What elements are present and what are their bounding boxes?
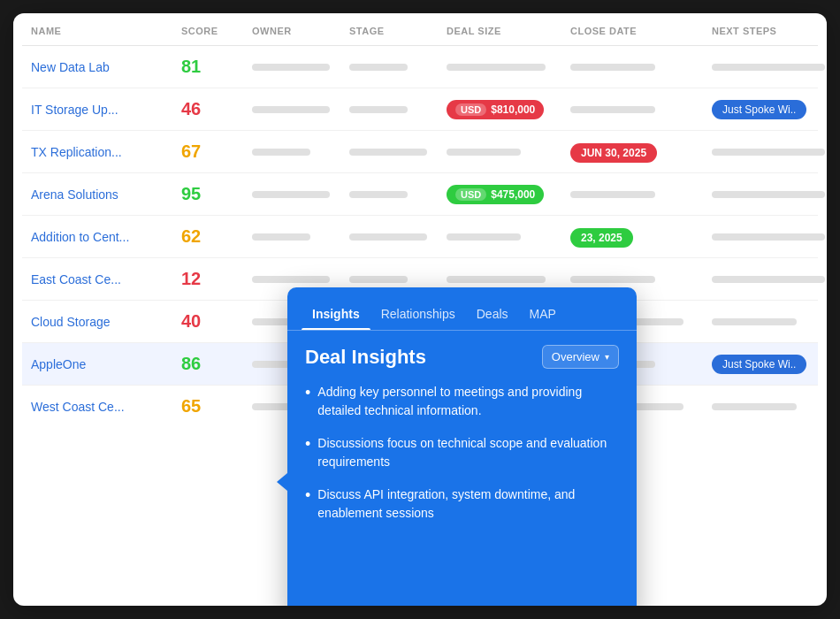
row-name[interactable]: IT Storage Up...	[31, 103, 181, 117]
bullet-text: Adding key personnel to meetings and pro…	[317, 383, 619, 420]
table-row[interactable]: TX Replication... 67 JUN 30, 2025	[22, 131, 818, 173]
row-next-steps: Just Spoke Wi..	[712, 355, 827, 374]
row-score: 65	[181, 396, 252, 416]
col-name: NAME	[31, 26, 181, 36]
row-stage	[349, 149, 447, 156]
row-stage	[349, 64, 447, 71]
list-item: Adding key personnel to meetings and pro…	[305, 383, 619, 420]
row-next-steps	[712, 403, 827, 410]
row-deal-size	[447, 64, 570, 71]
row-score: 67	[181, 141, 252, 162]
next-steps-badge: Just Spoke Wi..	[712, 100, 806, 119]
popup-title: Deal Insights	[305, 346, 426, 369]
col-owner: OWNER	[252, 26, 349, 36]
row-owner	[252, 149, 349, 156]
row-next-steps: Just Spoke Wi..	[712, 100, 827, 119]
row-close-date	[570, 106, 712, 113]
row-owner	[252, 233, 349, 241]
list-item: Discussions focus on technical scope and…	[305, 434, 619, 471]
row-deal-size	[447, 276, 570, 283]
table-row[interactable]: Addition to Cent... 62 23, 2025	[22, 216, 818, 258]
popup-tabs: Insights Relationships Deals MAP	[287, 287, 637, 331]
row-score: 46	[181, 99, 252, 119]
row-score: 86	[181, 354, 252, 374]
row-name[interactable]: West Coast Ce...	[31, 400, 181, 414]
bullet-text: Discuss API integration, system downtime…	[317, 485, 619, 523]
row-owner	[252, 276, 349, 283]
tab-map[interactable]: MAP	[519, 302, 567, 330]
row-next-steps	[712, 276, 827, 283]
row-stage	[349, 233, 447, 241]
overview-dropdown[interactable]: Overview ▾	[542, 345, 619, 369]
row-name[interactable]: Addition to Cent...	[31, 230, 181, 244]
row-close-date	[570, 191, 712, 198]
row-next-steps	[712, 318, 827, 325]
col-close-date: CLOSE DATE	[570, 26, 712, 36]
insights-popup: Insights Relationships Deals MAP Deal In…	[287, 287, 637, 606]
deal-badge: USD$810,000	[447, 100, 544, 119]
main-card: NAME SCORE OWNER STAGE DEAL SIZE CLOSE D…	[13, 13, 827, 606]
row-deal-size	[447, 233, 570, 241]
table-header: NAME SCORE OWNER STAGE DEAL SIZE CLOSE D…	[22, 13, 818, 46]
col-deal-size: DEAL SIZE	[447, 26, 570, 36]
row-close-date	[570, 276, 712, 283]
chevron-down-icon: ▾	[605, 352, 609, 362]
row-close-date: 23, 2025	[570, 229, 712, 245]
row-close-date	[570, 64, 712, 71]
row-next-steps	[712, 64, 827, 71]
row-stage	[349, 191, 447, 198]
insights-list: Adding key personnel to meetings and pro…	[305, 383, 619, 523]
col-next-steps: NEXT STEPS	[712, 26, 827, 36]
row-score: 81	[181, 57, 252, 77]
row-name[interactable]: East Coast Ce...	[31, 272, 181, 287]
row-next-steps	[712, 149, 827, 156]
row-close-date: JUN 30, 2025	[570, 144, 712, 160]
popup-content: Deal Insights Overview ▾ Adding key pers…	[287, 345, 637, 523]
row-next-steps	[712, 191, 827, 198]
row-score: 40	[181, 311, 252, 332]
tab-relationships[interactable]: Relationships	[370, 302, 466, 330]
deal-badge-green: USD$475,000	[447, 185, 544, 204]
tab-deals[interactable]: Deals	[466, 302, 519, 330]
popup-title-row: Deal Insights Overview ▾	[305, 345, 619, 369]
row-name[interactable]: Arena Solutions	[31, 187, 181, 202]
row-owner	[252, 64, 349, 71]
list-item: Discuss API integration, system downtime…	[305, 485, 619, 523]
table-row[interactable]: New Data Lab 81	[22, 46, 818, 88]
dropdown-label: Overview	[552, 350, 599, 363]
row-score: 95	[181, 184, 252, 204]
col-score: SCORE	[181, 26, 252, 36]
row-stage	[349, 276, 447, 283]
table-row[interactable]: IT Storage Up... 46 USD$810,000 Just Spo…	[22, 88, 818, 131]
row-score: 12	[181, 269, 252, 289]
row-name[interactable]: Cloud Storage	[31, 315, 181, 329]
popup-arrow	[277, 473, 287, 491]
next-steps-badge: Just Spoke Wi..	[712, 355, 806, 374]
tab-insights[interactable]: Insights	[302, 302, 370, 330]
row-owner	[252, 106, 349, 113]
row-name[interactable]: AppleOne	[31, 357, 181, 371]
row-name[interactable]: New Data Lab	[31, 60, 181, 74]
col-stage: STAGE	[349, 26, 447, 36]
row-deal-size	[447, 149, 570, 156]
date-badge: JUN 30, 2025	[570, 143, 657, 163]
bullet-text: Discussions focus on technical scope and…	[317, 434, 619, 471]
date-badge-green: 23, 2025	[570, 228, 633, 248]
row-stage	[349, 106, 447, 113]
row-owner	[252, 191, 349, 198]
row-score: 62	[181, 226, 252, 247]
row-name[interactable]: TX Replication...	[31, 145, 181, 159]
row-deal-size: USD$810,000	[447, 100, 570, 119]
table-row[interactable]: Arena Solutions 95 USD$475,000	[22, 173, 818, 216]
row-next-steps	[712, 233, 827, 241]
row-deal-size: USD$475,000	[447, 185, 570, 204]
